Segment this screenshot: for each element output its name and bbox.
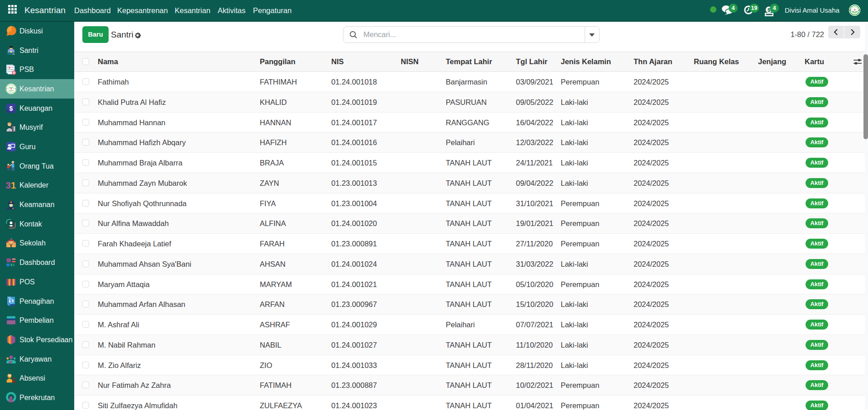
svg-text:3: 3 (5, 180, 11, 190)
svg-text:$: $ (10, 104, 13, 112)
svg-text:1: 1 (11, 180, 16, 190)
svg-text:$: $ (10, 298, 13, 303)
